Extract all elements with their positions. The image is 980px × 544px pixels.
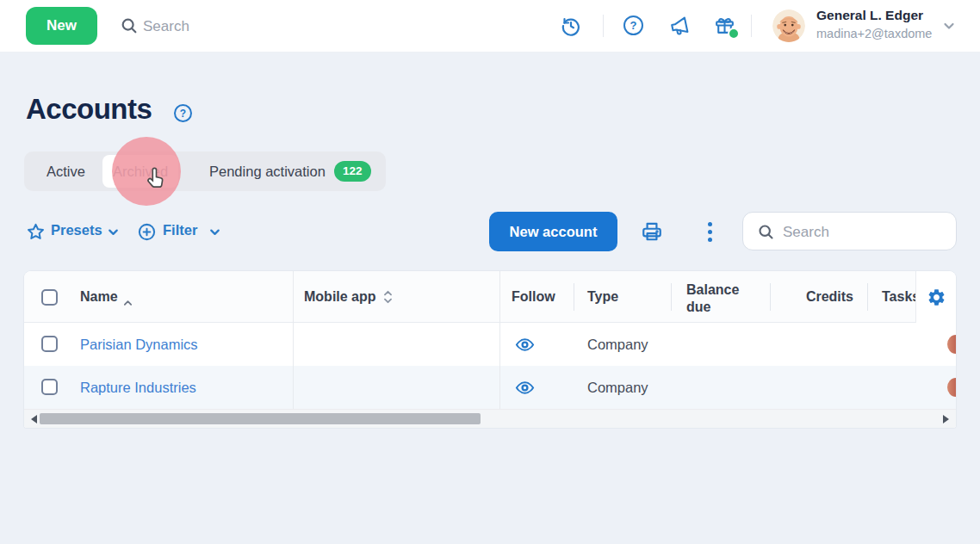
account-status-tabs: Active Archived Pending activation 122 xyxy=(24,151,386,191)
chevron-down-icon[interactable] xyxy=(208,226,221,242)
row-checkbox[interactable] xyxy=(41,379,58,395)
accounts-page: New ? xyxy=(0,0,980,544)
sort-icon[interactable] xyxy=(383,290,393,307)
column-divider xyxy=(770,283,771,311)
new-account-button[interactable]: New account xyxy=(489,212,617,251)
account-type: Company xyxy=(587,323,648,366)
tab-active[interactable]: Active xyxy=(47,151,85,191)
clipped-red-badge xyxy=(947,378,956,397)
sort-asc-icon[interactable] xyxy=(123,294,133,310)
user-email: madina+2@taxdome xyxy=(816,27,937,40)
select-all-checkbox[interactable] xyxy=(41,289,58,306)
column-type[interactable]: Type xyxy=(587,271,618,323)
new-button[interactable]: New xyxy=(26,7,97,45)
page-help-icon[interactable]: ? xyxy=(174,104,192,122)
scrollbar-thumb[interactable] xyxy=(40,413,481,424)
table-row[interactable]: Rapture Industries Company xyxy=(24,366,956,409)
eye-icon[interactable] xyxy=(515,378,535,401)
kebab-menu-icon[interactable] xyxy=(703,220,717,244)
chevron-down-icon[interactable] xyxy=(942,19,956,36)
column-follow[interactable]: Follow xyxy=(512,271,555,323)
help-icon[interactable]: ? xyxy=(623,15,643,35)
tab-pending-activation[interactable]: Pending activation xyxy=(209,151,326,191)
notification-dot xyxy=(728,28,740,40)
topbar-divider xyxy=(751,15,752,37)
column-credits[interactable]: Credits xyxy=(789,271,853,323)
search-icon xyxy=(757,223,775,241)
column-name[interactable]: Name xyxy=(80,271,118,323)
gear-icon[interactable] xyxy=(927,287,946,307)
topbar-divider xyxy=(603,15,604,37)
chevron-down-icon[interactable] xyxy=(107,226,120,242)
avatar[interactable] xyxy=(772,9,805,42)
presets-dropdown[interactable]: Presets xyxy=(51,222,102,238)
clipped-red-badge xyxy=(947,335,956,354)
search-icon xyxy=(120,16,139,39)
filter-dropdown[interactable]: Filter xyxy=(163,222,197,238)
table-search-input[interactable] xyxy=(781,217,948,247)
scrollbar-left-arrow-icon[interactable] xyxy=(31,415,37,423)
account-name-link[interactable]: Parisian Dynamics xyxy=(80,323,198,366)
printer-icon[interactable] xyxy=(641,220,663,246)
megaphone-icon[interactable] xyxy=(668,15,690,40)
page-title: Accounts xyxy=(26,93,152,126)
top-bar: New ? xyxy=(0,0,980,53)
column-divider xyxy=(867,283,868,311)
eye-icon[interactable] xyxy=(515,335,535,358)
tab-archived[interactable]: Archived xyxy=(102,155,178,188)
row-checkbox[interactable] xyxy=(41,336,58,352)
column-tasks[interactable]: Tasks xyxy=(882,271,920,323)
accounts-table: Name Mobile app Follow Type Balance due … xyxy=(24,271,956,428)
table-header: Name Mobile app Follow Type Balance due … xyxy=(24,271,956,323)
pending-count-badge: 122 xyxy=(334,161,371,182)
table-search-box xyxy=(742,212,957,250)
plus-circle-icon xyxy=(137,222,157,245)
column-balance-due[interactable]: Balance due xyxy=(686,281,745,316)
star-icon xyxy=(26,222,46,245)
horizontal-scrollbar[interactable] xyxy=(24,409,956,428)
column-divider xyxy=(499,271,500,409)
account-type: Company xyxy=(587,366,648,409)
history-icon[interactable] xyxy=(561,15,581,40)
scrollbar-right-arrow-icon[interactable] xyxy=(943,415,949,423)
table-row[interactable]: Parisian Dynamics Company xyxy=(24,323,956,366)
user-name: General L. Edger xyxy=(816,8,923,23)
column-divider xyxy=(574,283,574,311)
sticky-column-divider xyxy=(293,271,294,409)
column-divider xyxy=(671,283,672,311)
column-settings-cell xyxy=(915,271,956,323)
column-mobile-app[interactable]: Mobile app xyxy=(304,271,376,323)
global-search-input[interactable] xyxy=(141,11,317,42)
account-name-link[interactable]: Rapture Industries xyxy=(80,366,196,409)
